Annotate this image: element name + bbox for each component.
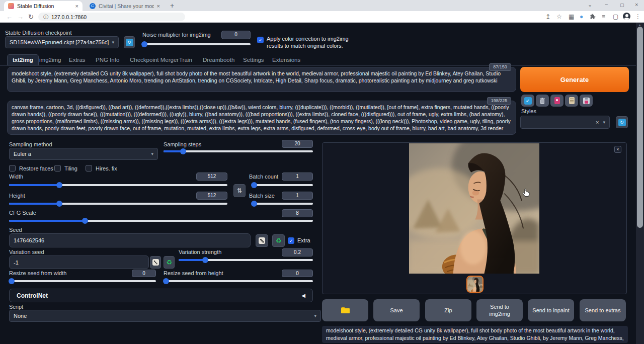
send-to-img2img-button[interactable]: Send to img2img	[476, 299, 523, 321]
sampling-steps-slider[interactable]	[164, 148, 313, 154]
variation-seed-input[interactable]: -1	[9, 255, 149, 269]
profile-avatar[interactable]	[623, 13, 630, 20]
negative-prompt-textarea[interactable]: canvas frame, cartoon, 3d, ((disfigured)…	[7, 101, 516, 135]
random-variation-seed-button[interactable]	[150, 256, 161, 269]
apps-grid-icon[interactable]: ▦	[569, 13, 574, 20]
tiling-checkbox[interactable]	[54, 165, 61, 171]
hires-fix-checkbox[interactable]	[86, 165, 92, 171]
noise-multiplier-slider[interactable]	[142, 41, 251, 47]
tab-extensions[interactable]: Extensions	[272, 57, 300, 63]
scroll-up-icon[interactable]: ▲	[638, 23, 641, 27]
width-value[interactable]: 512	[196, 173, 227, 181]
site-info-icon[interactable]: ⓘ	[43, 14, 48, 21]
batch-size-value[interactable]: 1	[282, 192, 313, 200]
checkpoint-refresh-button[interactable]: ↻	[124, 36, 135, 48]
resize-seed-height-value[interactable]: 0	[282, 270, 313, 277]
batch-count-slider[interactable]	[252, 182, 313, 188]
close-gallery-button[interactable]: ×	[614, 146, 621, 153]
extra-seed-checkbox[interactable]: ✓	[288, 237, 294, 244]
reuse-variation-seed-button[interactable]: ♻	[164, 256, 175, 269]
window-restore-button[interactable]: ▢	[620, 3, 624, 8]
tab-png-info[interactable]: PNG Info	[96, 57, 119, 63]
cfg-scale-slider[interactable]	[9, 218, 313, 224]
cfg-scale-value[interactable]: 8	[282, 209, 313, 217]
script-dropdown[interactable]: None ▾	[9, 310, 321, 322]
browser-menu-icon[interactable]: ⋮	[635, 13, 641, 20]
reading-list-icon[interactable]: ≡	[602, 13, 605, 20]
swap-dimensions-button[interactable]: ⇅	[233, 184, 246, 197]
generate-button[interactable]: Generate	[520, 67, 629, 92]
noise-multiplier-value[interactable]: 0	[221, 31, 251, 39]
page-scrollbar[interactable]: ▲	[636, 23, 644, 344]
variation-strength-value[interactable]: 0.2	[282, 248, 313, 256]
seed-input[interactable]: 1476462546	[9, 233, 251, 247]
extension-dot-icon[interactable]: ●	[580, 13, 583, 20]
open-folder-button[interactable]	[322, 299, 368, 321]
forward-button[interactable]: →	[17, 13, 24, 21]
send-to-extras-button[interactable]: Send to extras	[580, 299, 626, 321]
resize-seed-height-slider[interactable]	[164, 278, 313, 284]
tab-dreambooth[interactable]: Dreambooth	[203, 57, 234, 63]
sampling-steps-value[interactable]: 20	[282, 140, 313, 148]
seed-value: 1476462546	[14, 237, 44, 243]
controlnet-accordion[interactable]: ControlNet ◀	[9, 289, 313, 302]
reuse-seed-button[interactable]: ♻	[272, 234, 285, 247]
address-bar[interactable]: ⓘ 127.0.0.1:7860	[38, 13, 185, 21]
resize-seed-width-slider[interactable]	[9, 278, 156, 284]
new-tab-button[interactable]: +	[170, 2, 174, 10]
bookmark-star-icon[interactable]: ☆	[556, 13, 562, 20]
clear-styles-icon[interactable]: ×	[596, 119, 599, 125]
seed-label: Seed	[9, 227, 22, 233]
read-params-button[interactable]: ↙	[521, 95, 534, 107]
prompt-textarea[interactable]: modelshoot style, (extremely detailed CG…	[7, 67, 516, 92]
tab-txt2img[interactable]: txt2img	[7, 54, 39, 65]
save-style-button[interactable]	[580, 95, 593, 107]
collapse-arrow-icon: ◀	[301, 293, 305, 298]
tab-extras[interactable]: Extras	[69, 57, 86, 63]
tab-close-icon[interactable]: ×	[157, 3, 160, 9]
color-correction-checkbox[interactable]: ✓	[257, 37, 264, 43]
window-close-button[interactable]: ×	[635, 2, 638, 8]
save-button[interactable]: Save	[373, 299, 420, 321]
styles-dropdown[interactable]: × ▾	[520, 116, 610, 129]
extensions-puzzle-icon[interactable]	[590, 14, 596, 21]
height-slider[interactable]	[9, 201, 227, 207]
side-panel-icon[interactable]: ▢	[613, 13, 618, 20]
refresh-icon: ↻	[126, 39, 133, 46]
apply-style-button[interactable]	[565, 95, 578, 107]
tab-checkpoint-merger[interactable]: Checkpoint Merger	[130, 57, 179, 63]
window-minimize-button[interactable]: −	[605, 2, 608, 8]
batch-size-slider[interactable]	[252, 201, 313, 207]
variation-strength-slider[interactable]	[179, 257, 313, 263]
tab-img2img[interactable]: img2img	[39, 57, 61, 63]
send-to-inpaint-button[interactable]: Send to inpaint	[528, 299, 574, 321]
share-icon[interactable]: ↥	[545, 13, 550, 20]
random-seed-button[interactable]	[256, 234, 268, 247]
clear-prompt-button[interactable]	[536, 95, 549, 107]
reload-button[interactable]: ↻	[28, 13, 34, 21]
restore-faces-checkbox[interactable]	[9, 165, 16, 171]
tab-close-icon[interactable]: ×	[75, 3, 78, 9]
extra-networks-button[interactable]	[550, 95, 564, 107]
width-slider[interactable]	[9, 182, 227, 188]
browser-tab-stable-diffusion[interactable]: Stable Diffusion ×	[4, 1, 83, 11]
checkpoint-dropdown[interactable]: SD15NewVAEpruned.ckpt [27a4ac756c] ▾	[5, 36, 119, 48]
zip-button[interactable]: Zip	[425, 299, 471, 321]
dice-icon	[152, 259, 159, 266]
clipboard-icon	[569, 97, 575, 104]
tab-settings[interactable]: Settings	[243, 57, 264, 63]
generated-image[interactable]	[409, 143, 539, 274]
scrollbar-thumb[interactable]	[637, 27, 643, 228]
sampling-method-dropdown[interactable]: Euler a ▾	[9, 148, 158, 160]
batch-count-value[interactable]: 1	[282, 173, 313, 181]
height-value[interactable]: 512	[196, 192, 227, 200]
browser-tab-civitai[interactable]: C Civitai | Share your models ×	[86, 1, 164, 11]
sampling-method-label: Sampling method	[9, 141, 52, 147]
window-menu-icon[interactable]: ⌄	[588, 2, 592, 8]
gallery-thumbnail[interactable]	[466, 276, 484, 293]
back-button[interactable]: ←	[6, 13, 13, 21]
resize-seed-width-value[interactable]: 0	[132, 270, 156, 277]
stable-diffusion-webui: Stable Diffusion checkpoint SD15NewVAEpr…	[0, 23, 636, 344]
styles-refresh-button[interactable]: ↻	[616, 116, 628, 128]
tab-train[interactable]: Train	[179, 57, 192, 63]
